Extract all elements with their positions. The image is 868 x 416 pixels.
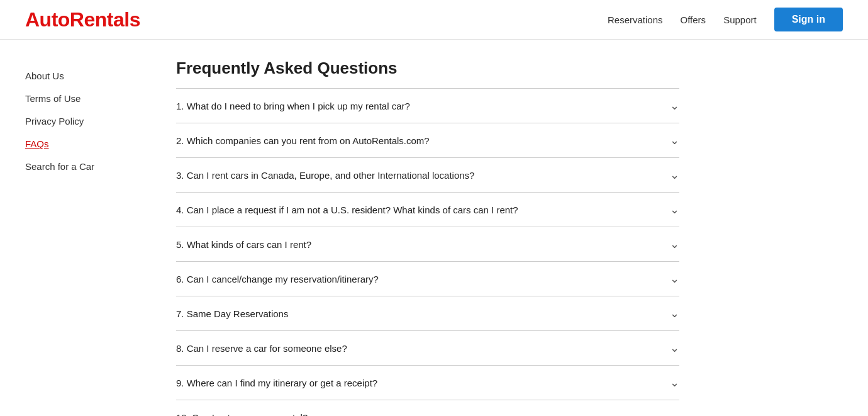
faq-item-5[interactable]: 5. What kinds of cars can I rent? ⌄ [176,227,679,262]
chevron-down-icon-4: ⌄ [670,203,679,216]
faq-question-4: 4. Can I place a request if I am not a U… [176,205,660,215]
faq-item-8[interactable]: 8. Can I reserve a car for someone else?… [176,331,679,366]
faq-question-9: 9. Where can I find my itinerary or get … [176,378,660,388]
faq-title: Frequently Asked Questions [176,59,679,78]
sidebar-item-about-us[interactable]: About Us [25,65,164,87]
faq-item-10[interactable]: 10. Can I get a one-way rental? ⌄ [176,400,679,416]
faq-question-8: 8. Can I reserve a car for someone else? [176,343,660,354]
faq-item-2[interactable]: 2. Which companies can you rent from on … [176,123,679,158]
chevron-down-icon-9: ⌄ [670,376,679,390]
faq-question-7: 7. Same Day Reservations [176,308,660,319]
chevron-down-icon-5: ⌄ [670,237,679,251]
faq-item-3[interactable]: 3. Can I rent cars in Canada, Europe, an… [176,158,679,193]
sidebar-item-privacy-policy[interactable]: Privacy Policy [25,110,164,133]
chevron-down-icon-10: ⌄ [670,410,679,416]
header-nav: Reservations Offers Support Sign in [608,8,843,31]
sign-in-button[interactable]: Sign in [774,8,843,31]
faq-item-7[interactable]: 7. Same Day Reservations ⌄ [176,296,679,331]
logo: AutoRentals [25,8,140,31]
sidebar-item-faqs[interactable]: FAQs [25,133,164,155]
faq-question-1: 1. What do I need to bring when I pick u… [176,101,660,111]
faq-question-10: 10. Can I get a one-way rental? [176,412,660,417]
faq-question-3: 3. Can I rent cars in Canada, Europe, an… [176,170,660,181]
nav-support[interactable]: Support [723,14,757,25]
faq-question-6: 6. Can I cancel/change my reservation/it… [176,274,660,284]
main-layout: About Us Terms of Use Privacy Policy FAQ… [0,40,868,416]
chevron-down-icon-2: ⌄ [670,133,679,147]
faq-item-1[interactable]: 1. What do I need to bring when I pick u… [176,89,679,123]
sidebar-item-search-for-a-car[interactable]: Search for a Car [25,155,164,178]
faq-item-6[interactable]: 6. Can I cancel/change my reservation/it… [176,262,679,296]
nav-reservations[interactable]: Reservations [608,14,663,25]
chevron-down-icon-7: ⌄ [670,306,679,320]
chevron-down-icon-1: ⌄ [670,99,679,113]
faq-item-9[interactable]: 9. Where can I find my itinerary or get … [176,366,679,400]
sidebar: About Us Terms of Use Privacy Policy FAQ… [25,59,164,416]
sidebar-item-terms-of-use[interactable]: Terms of Use [25,87,164,110]
chevron-down-icon-3: ⌄ [670,168,679,182]
faq-question-5: 5. What kinds of cars can I rent? [176,239,660,250]
header: AutoRentals Reservations Offers Support … [0,0,868,40]
nav-offers[interactable]: Offers [681,14,706,25]
faq-item-4[interactable]: 4. Can I place a request if I am not a U… [176,193,679,227]
faq-question-2: 2. Which companies can you rent from on … [176,135,660,146]
chevron-down-icon-6: ⌄ [670,272,679,286]
chevron-down-icon-8: ⌄ [670,341,679,355]
faq-content: Frequently Asked Questions 1. What do I … [164,59,679,416]
